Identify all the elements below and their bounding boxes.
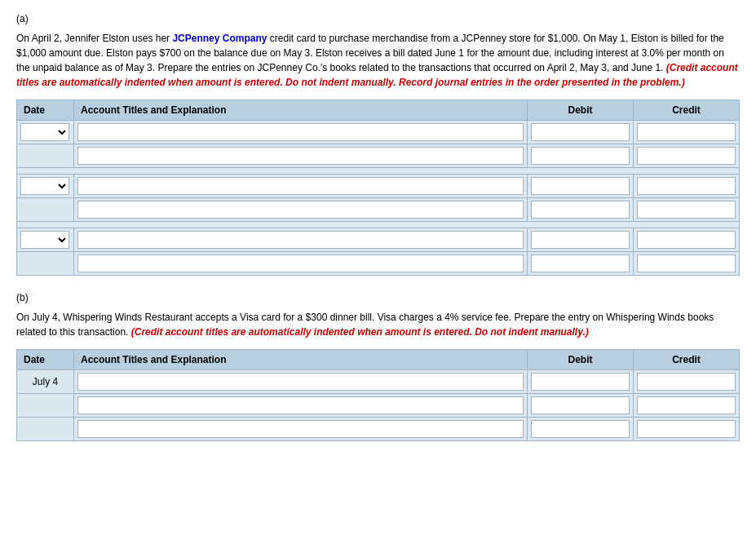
col-debit: Debit	[528, 100, 634, 121]
explanation-cell-3	[74, 228, 528, 252]
explanation-cell-2b	[74, 198, 528, 222]
part-b-paragraph: On July 4, Whispering Winds Restaurant a…	[16, 310, 740, 339]
table-row	[17, 175, 740, 198]
credit-input-1[interactable]	[637, 123, 736, 141]
part-b-instruction: (Credit account titles are automatically…	[131, 326, 589, 338]
date-dropdown-2[interactable]	[20, 177, 69, 195]
explanation-input-3[interactable]	[77, 231, 524, 249]
part-b-table: Date Account Titles and Explanation Debi…	[16, 349, 740, 441]
table-row	[17, 198, 740, 222]
table-row	[17, 394, 740, 418]
explanation-input-3b[interactable]	[77, 254, 524, 272]
explanation-cell-3b	[74, 252, 528, 276]
credit-input-2b[interactable]	[637, 201, 736, 219]
credit-input-2[interactable]	[637, 177, 736, 195]
credit-cell-b1	[634, 370, 740, 394]
company-name: JCPenney Company	[172, 33, 267, 44]
credit-cell-3	[634, 228, 740, 252]
debit-cell-2	[528, 175, 634, 198]
part-a-instruction: (Credit account titles are automatically…	[16, 62, 738, 88]
credit-input-b2[interactable]	[637, 396, 736, 414]
debit-input-b2[interactable]	[531, 396, 630, 414]
debit-cell-3b	[528, 252, 634, 276]
row-spacer-2	[17, 222, 740, 228]
explanation-input-b1[interactable]	[77, 373, 524, 391]
debit-input-b1[interactable]	[531, 373, 630, 391]
explanation-cell-1	[74, 121, 528, 144]
explanation-input-b3[interactable]	[77, 420, 524, 438]
date-cell-b1: July 4	[17, 370, 74, 394]
credit-cell-2	[634, 175, 740, 198]
credit-cell-1	[634, 121, 740, 144]
credit-input-3b[interactable]	[637, 254, 736, 272]
date-cell-1b	[17, 144, 74, 168]
credit-cell-b2	[634, 394, 740, 418]
static-date-b1: July 4	[29, 374, 61, 389]
table-row: July 4	[17, 370, 740, 394]
explanation-input-1[interactable]	[77, 123, 524, 141]
explanation-input-b2[interactable]	[77, 396, 524, 414]
col-explanation: Account Titles and Explanation	[74, 100, 528, 121]
table-row	[17, 252, 740, 276]
col-b-explanation: Account Titles and Explanation	[74, 350, 528, 370]
part-b-section: (b) On July 4, Whispering Winds Restaura…	[16, 292, 740, 441]
part-a-table: Date Account Titles and Explanation Debi…	[16, 100, 740, 276]
table-row	[17, 144, 740, 168]
explanation-input-2[interactable]	[77, 177, 524, 195]
credit-cell-3b	[634, 252, 740, 276]
col-b-debit: Debit	[528, 350, 634, 370]
debit-input-1[interactable]	[531, 123, 630, 141]
date-dropdown-1[interactable]	[20, 123, 69, 141]
date-cell-b3	[17, 418, 74, 441]
credit-cell-b3	[634, 418, 740, 441]
date-cell-3b	[17, 252, 74, 276]
debit-input-2b[interactable]	[531, 201, 630, 219]
explanation-cell-b1	[74, 370, 528, 394]
explanation-input-2b[interactable]	[77, 201, 524, 219]
credit-input-3[interactable]	[637, 231, 736, 249]
debit-input-3[interactable]	[531, 231, 630, 249]
col-b-date: Date	[17, 350, 74, 370]
debit-cell-1b	[528, 144, 634, 168]
debit-input-1b[interactable]	[531, 147, 630, 165]
explanation-cell-b2	[74, 394, 528, 418]
date-cell-2	[17, 175, 74, 198]
credit-cell-2b	[634, 198, 740, 222]
part-a-label: (a)	[16, 13, 740, 24]
debit-input-3b[interactable]	[531, 254, 630, 272]
debit-cell-3	[528, 228, 634, 252]
col-b-credit: Credit	[634, 350, 740, 370]
debit-cell-b3	[528, 418, 634, 441]
debit-cell-b1	[528, 370, 634, 394]
col-credit: Credit	[634, 100, 740, 121]
col-date: Date	[17, 100, 74, 121]
row-spacer	[17, 168, 740, 175]
date-cell-3	[17, 228, 74, 252]
explanation-input-1b[interactable]	[77, 147, 524, 165]
debit-cell-1	[528, 121, 634, 144]
credit-input-b1[interactable]	[637, 373, 736, 391]
credit-cell-1b	[634, 144, 740, 168]
date-cell-2b	[17, 198, 74, 222]
debit-input-b3[interactable]	[531, 420, 630, 438]
credit-input-1b[interactable]	[637, 147, 736, 165]
explanation-cell-2	[74, 175, 528, 198]
explanation-cell-1b	[74, 144, 528, 168]
debit-cell-2b	[528, 198, 634, 222]
table-row	[17, 228, 740, 252]
date-cell-b2	[17, 394, 74, 418]
debit-input-2[interactable]	[531, 177, 630, 195]
part-b-label: (b)	[16, 292, 740, 303]
date-dropdown-3[interactable]	[20, 231, 69, 249]
date-cell-1	[17, 121, 74, 144]
part-a-section: (a) On April 2, Jennifer Elston uses her…	[16, 13, 740, 276]
debit-cell-b2	[528, 394, 634, 418]
table-row	[17, 121, 740, 144]
explanation-cell-b3	[74, 418, 528, 441]
table-row	[17, 418, 740, 441]
credit-input-b3[interactable]	[637, 420, 736, 438]
part-a-paragraph: On April 2, Jennifer Elston uses her JCP…	[16, 31, 740, 90]
